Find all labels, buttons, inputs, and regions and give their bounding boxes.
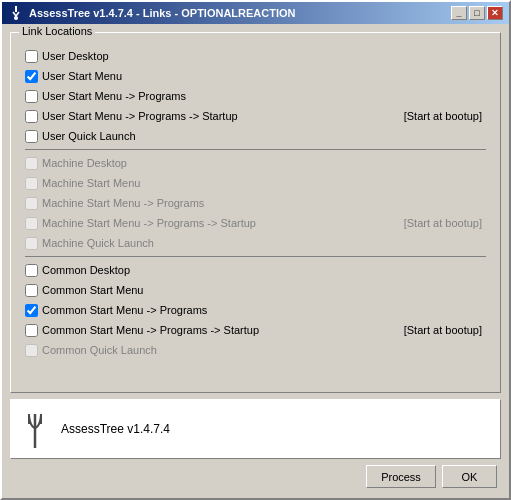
boot-label-user-start-menu-programs-startup: [Start at bootup] <box>404 110 486 122</box>
boot-label-machine-start-menu-programs-startup: [Start at bootup] <box>404 217 486 229</box>
svg-point-3 <box>14 16 18 20</box>
list-item: Common Desktop <box>25 261 486 279</box>
checkbox-common-quick-launch <box>25 344 38 357</box>
section-divider <box>25 149 486 150</box>
checkbox-user-start-menu-programs[interactable] <box>25 90 38 103</box>
list-item: Machine Start Menu <box>25 174 486 192</box>
main-window: AssessTree v1.4.7.4 - Links - OPTIONALRE… <box>0 0 511 500</box>
checkbox-label-machine-quick-launch: Machine Quick Launch <box>42 237 154 249</box>
boot-label-common-start-menu-programs-startup: [Start at bootup] <box>404 324 486 336</box>
checkbox-common-start-menu-programs-startup[interactable] <box>25 324 38 337</box>
link-locations-group: Link Locations User DesktopUser Start Me… <box>10 32 501 393</box>
checkbox-machine-quick-launch <box>25 237 38 250</box>
checkbox-label-common-start-menu-programs: Common Start Menu -> Programs <box>42 304 207 316</box>
list-item: Common Quick Launch <box>25 341 486 359</box>
checkbox-machine-start-menu-programs-startup <box>25 217 38 230</box>
checkbox-machine-desktop <box>25 157 38 170</box>
maximize-button[interactable]: □ <box>469 6 485 20</box>
list-item: Machine Start Menu -> Programs -> Startu… <box>25 214 486 232</box>
checkbox-label-machine-start-menu-programs-startup: Machine Start Menu -> Programs -> Startu… <box>42 217 256 229</box>
list-item: User Desktop <box>25 47 486 65</box>
list-item: Machine Start Menu -> Programs <box>25 194 486 212</box>
window-content: Link Locations User DesktopUser Start Me… <box>2 24 509 498</box>
checkbox-label-machine-start-menu: Machine Start Menu <box>42 177 140 189</box>
checkbox-user-start-menu-programs-startup[interactable] <box>25 110 38 123</box>
checkbox-label-user-quick-launch: User Quick Launch <box>42 130 136 142</box>
checkbox-machine-start-menu-programs <box>25 197 38 210</box>
close-button[interactable]: ✕ <box>487 6 503 20</box>
app-icon <box>19 409 51 449</box>
process-button[interactable]: Process <box>366 465 436 488</box>
list-item: User Start Menu -> Programs -> Startup[S… <box>25 107 486 125</box>
checkbox-user-desktop[interactable] <box>25 50 38 63</box>
list-item: User Start Menu <box>25 67 486 85</box>
list-item: User Quick Launch <box>25 127 486 145</box>
list-item: Machine Desktop <box>25 154 486 172</box>
list-item: User Start Menu -> Programs <box>25 87 486 105</box>
minimize-button[interactable]: _ <box>451 6 467 20</box>
list-item: Common Start Menu -> Programs -> Startup… <box>25 321 486 339</box>
list-item: Common Start Menu -> Programs <box>25 301 486 319</box>
checkbox-label-machine-start-menu-programs: Machine Start Menu -> Programs <box>42 197 204 209</box>
svg-line-2 <box>16 12 19 16</box>
button-row: Process OK <box>10 465 501 490</box>
window-title: AssessTree v1.4.7.4 - Links - OPTIONALRE… <box>29 7 296 19</box>
checkbox-label-user-start-menu-programs: User Start Menu -> Programs <box>42 90 186 102</box>
list-item: Common Start Menu <box>25 281 486 299</box>
checkbox-common-start-menu-programs[interactable] <box>25 304 38 317</box>
checkbox-label-common-desktop: Common Desktop <box>42 264 130 276</box>
checkbox-label-user-start-menu: User Start Menu <box>42 70 122 82</box>
group-content: User DesktopUser Start MenuUser Start Me… <box>21 41 490 363</box>
group-label: Link Locations <box>19 25 95 37</box>
checkbox-label-user-start-menu-programs-startup: User Start Menu -> Programs -> Startup <box>42 110 238 122</box>
checkbox-label-common-start-menu: Common Start Menu <box>42 284 143 296</box>
checkbox-machine-start-menu <box>25 177 38 190</box>
checkbox-label-common-start-menu-programs-startup: Common Start Menu -> Programs -> Startup <box>42 324 259 336</box>
title-bar: AssessTree v1.4.7.4 - Links - OPTIONALRE… <box>2 2 509 24</box>
checkbox-common-start-menu[interactable] <box>25 284 38 297</box>
checkbox-label-machine-desktop: Machine Desktop <box>42 157 127 169</box>
ok-button[interactable]: OK <box>442 465 497 488</box>
list-item: Machine Quick Launch <box>25 234 486 252</box>
checkbox-common-desktop[interactable] <box>25 264 38 277</box>
checkbox-label-common-quick-launch: Common Quick Launch <box>42 344 157 356</box>
section-divider <box>25 256 486 257</box>
checkbox-user-quick-launch[interactable] <box>25 130 38 143</box>
checkbox-label-user-desktop: User Desktop <box>42 50 109 62</box>
app-info-text: AssessTree v1.4.7.4 <box>61 422 170 436</box>
app-title-icon <box>8 5 24 21</box>
checkbox-user-start-menu[interactable] <box>25 70 38 83</box>
info-box: AssessTree v1.4.7.4 <box>10 399 501 459</box>
